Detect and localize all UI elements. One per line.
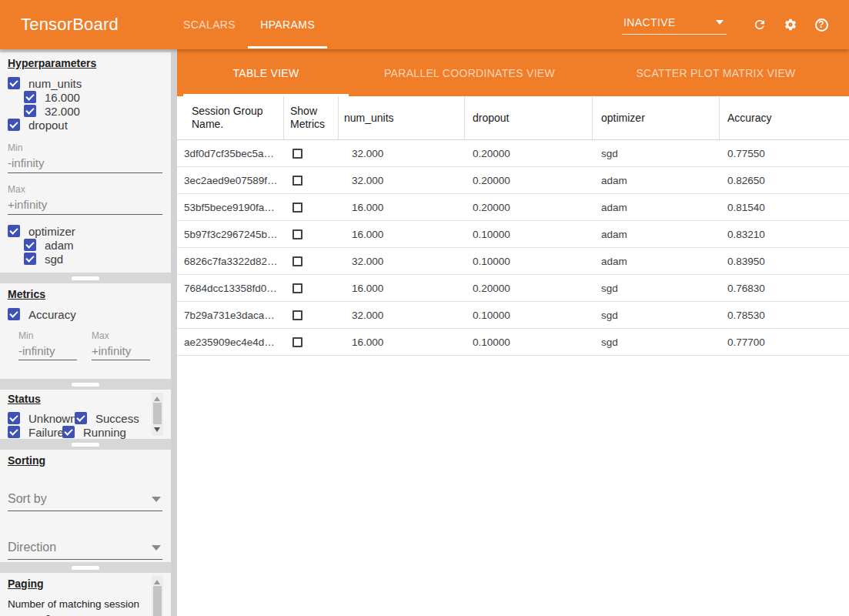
- section-resize-handle[interactable]: [0, 273, 171, 283]
- table-row[interactable]: 3df0d7cf35bec5a… 32.000 0.20000 sgd 0.77…: [177, 140, 849, 167]
- table-row[interactable]: 5b97f3c2967245b… 16.000 0.10000 adam 0.8…: [177, 221, 849, 248]
- column-header-show-metrics[interactable]: Show Metrics: [284, 96, 339, 139]
- show-metrics-checkbox[interactable]: [292, 310, 302, 320]
- hparam-optimizer[interactable]: optimizer: [8, 224, 171, 238]
- show-metrics-checkbox[interactable]: [292, 203, 302, 213]
- show-metrics-checkbox[interactable]: [292, 176, 302, 186]
- direction-dropdown[interactable]: Direction: [8, 541, 162, 560]
- num-units-cell: 32.000: [339, 167, 465, 193]
- num-units-cell: 32.000: [339, 140, 465, 166]
- tab-table-view[interactable]: TABLE VIEW: [183, 49, 349, 96]
- section-resize-handle[interactable]: [0, 439, 171, 450]
- section-resize-handle[interactable]: [0, 379, 171, 390]
- sidebar-scrollbar-track[interactable]: [171, 49, 177, 616]
- scroll-up-icon[interactable]: [154, 397, 160, 401]
- sort-by-dropdown[interactable]: Sort by: [8, 492, 162, 511]
- hparam-value-label: sgd: [45, 253, 63, 266]
- accuracy-cell: 0.82650: [720, 167, 849, 193]
- metric-minmax-row: Min -infinity Max +infinity: [18, 330, 171, 360]
- checkbox-checked-icon[interactable]: [24, 91, 36, 103]
- hparam-dropout[interactable]: dropout: [8, 118, 171, 132]
- hparam-num-units-32[interactable]: 32.000: [24, 104, 171, 118]
- accuracy-max-input[interactable]: +infinity: [92, 344, 150, 360]
- optimizer-value: sgd: [601, 336, 618, 348]
- metric-accuracy[interactable]: Accuracy: [8, 307, 171, 321]
- hparam-optimizer-sgd[interactable]: sgd: [24, 252, 171, 266]
- hparam-num-units[interactable]: num_units: [8, 76, 171, 90]
- tab-hparams-label: HPARAMS: [260, 18, 315, 31]
- dropout-min-input[interactable]: -infinity: [8, 156, 162, 173]
- settings-button[interactable]: [784, 18, 797, 32]
- show-metrics-cell: [284, 302, 339, 328]
- session-group-name-cell: 5b97f3c2967245b…: [177, 221, 284, 247]
- checkbox-checked-icon[interactable]: [75, 412, 87, 424]
- status-label: Running: [83, 426, 126, 439]
- checkbox-checked-icon[interactable]: [8, 412, 20, 424]
- table-row[interactable]: 7b29a731e3daca… 32.000 0.10000 sgd 0.785…: [177, 302, 849, 329]
- checkbox-checked-icon[interactable]: [8, 119, 20, 131]
- tab-hparams[interactable]: HPARAMS: [248, 0, 327, 49]
- checkbox-checked-icon[interactable]: [8, 426, 20, 438]
- checkbox-checked-icon[interactable]: [8, 308, 20, 320]
- metric-min-col: Min -infinity: [18, 330, 92, 360]
- column-header-optimizer[interactable]: optimizer: [593, 96, 720, 139]
- hparam-num-units-16[interactable]: 16.000: [24, 90, 171, 104]
- column-header-session-group-name[interactable]: Session Group Name.: [177, 96, 284, 139]
- drag-handle-icon: [72, 443, 99, 447]
- tab-scatter-plot-matrix-view[interactable]: SCATTER PLOT MATRIX VIEW: [590, 49, 841, 96]
- checkbox-checked-icon[interactable]: [24, 105, 36, 117]
- show-metrics-checkbox[interactable]: [292, 149, 302, 159]
- reload-button[interactable]: [753, 18, 767, 32]
- checkbox-checked-icon[interactable]: [8, 77, 20, 89]
- show-metrics-checkbox[interactable]: [292, 256, 302, 266]
- section-resize-handle[interactable]: [0, 562, 171, 573]
- status-scrollbar[interactable]: [152, 393, 163, 436]
- table-row[interactable]: ae235909ec4e4d… 16.000 0.10000 sgd 0.777…: [177, 329, 849, 356]
- scroll-up-icon[interactable]: [154, 580, 160, 584]
- show-metrics-checkbox[interactable]: [292, 229, 302, 239]
- optimizer-value: adam: [601, 256, 627, 267]
- checkbox-checked-icon[interactable]: [24, 239, 36, 251]
- num-units-value: 32.000: [352, 148, 383, 159]
- dropout-max-input[interactable]: +infinity: [8, 198, 162, 215]
- column-header-accuracy[interactable]: Accuracy: [720, 96, 849, 139]
- direction-value: Direction: [8, 541, 56, 554]
- scrollbar-thumb[interactable]: [153, 586, 162, 616]
- table-row[interactable]: 53bf5bece9190fa… 16.000 0.20000 adam 0.8…: [177, 194, 849, 221]
- checkbox-checked-icon[interactable]: [62, 426, 75, 438]
- run-status-select[interactable]: INACTIVE: [622, 15, 727, 35]
- dropout-cell: 0.20000: [465, 275, 593, 301]
- paging-scrollbar[interactable]: [152, 576, 163, 616]
- session-group-name-cell: 7684dcc13358fd0…: [177, 275, 284, 301]
- status-failure[interactable]: Failure: [8, 426, 62, 439]
- tab-scalars-label: SCALARS: [183, 18, 236, 31]
- scroll-down-icon[interactable]: [154, 427, 160, 432]
- status-success[interactable]: Success: [75, 412, 139, 425]
- table-row[interactable]: 7684dcc13358fd0… 16.000 0.20000 sgd 0.76…: [177, 275, 849, 302]
- chevron-down-icon: [716, 20, 724, 25]
- tab-scalars[interactable]: SCALARS: [171, 0, 248, 49]
- show-metrics-checkbox[interactable]: [292, 337, 302, 347]
- tab-parallel-coordinates-view[interactable]: PARALLEL COORDINATES VIEW: [349, 49, 590, 96]
- optimizer-value: adam: [601, 175, 627, 186]
- table-row[interactable]: 3ec2aed9e07589f… 32.000 0.20000 adam 0.8…: [177, 167, 849, 194]
- scrollbar-thumb[interactable]: [153, 403, 162, 424]
- column-header-num-units[interactable]: num_units: [339, 96, 465, 139]
- accuracy-min-input[interactable]: -infinity: [18, 344, 77, 360]
- show-metrics-checkbox[interactable]: [292, 283, 302, 293]
- status-unknown[interactable]: Unknown: [8, 412, 75, 425]
- status-running[interactable]: Running: [62, 426, 126, 439]
- checkbox-checked-icon[interactable]: [24, 253, 36, 265]
- num-units-value: 16.000: [352, 202, 383, 213]
- show-metrics-cell: [284, 221, 339, 247]
- help-button[interactable]: [814, 18, 828, 32]
- column-header-dropout[interactable]: dropout: [465, 96, 593, 139]
- show-metrics-cell: [284, 275, 339, 301]
- checkbox-checked-icon[interactable]: [8, 225, 20, 237]
- num-units-cell: 16.000: [339, 194, 465, 220]
- num-units-value: 16.000: [352, 229, 383, 240]
- table-row[interactable]: 6826c7fa3322d82… 32.000 0.10000 adam 0.8…: [177, 248, 849, 275]
- hparam-value-label: 16.000: [45, 91, 80, 104]
- dropout-cell: 0.10000: [465, 248, 593, 274]
- hparam-optimizer-adam[interactable]: adam: [24, 238, 171, 252]
